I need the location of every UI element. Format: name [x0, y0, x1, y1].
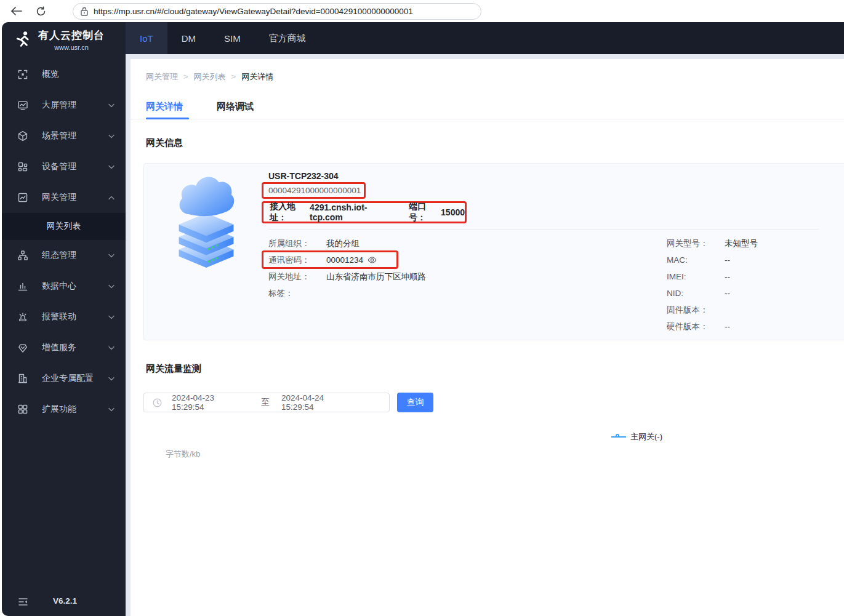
breadcrumb-gateway-management[interactable]: 网关管理 [146, 71, 178, 82]
field-value: -- [725, 272, 730, 281]
query-button[interactable]: 查询 [397, 393, 433, 412]
sidebar-item-screen-management[interactable]: 大屏管理 [2, 90, 126, 121]
sidebar-item-scene-management[interactable]: 场景管理 [2, 121, 126, 151]
breadcrumb-separator: > [231, 71, 236, 82]
lock-icon[interactable] [81, 7, 88, 16]
brand-logo-block[interactable]: 有人云控制台 www.usr.cn [2, 22, 126, 57]
device-blocks-icon [17, 161, 28, 172]
sidebar-item-alarm-linkage[interactable]: 报警联动 [2, 302, 126, 332]
row-imei: IMEI: -- [667, 268, 844, 285]
brand-subtitle: www.usr.cn [54, 44, 89, 51]
sitemap-icon [17, 250, 28, 261]
brand-title: 有人云控制台 [38, 28, 105, 42]
page-content: 网关管理 > 网关列表 > 网关详情 网关详情 网络调试 网关信息 [131, 59, 844, 616]
sidebar-item-label: 数据中心 [42, 281, 108, 292]
port-value: 15000 [441, 207, 465, 217]
field-label: 网关型号： [667, 238, 725, 249]
row-tags: 标签： [268, 285, 613, 302]
tab-gateway-detail[interactable]: 网关详情 [146, 101, 183, 113]
field-value: 我的分组 [326, 238, 360, 249]
annotation-box-access-address: 接入地址： 4291.cnsh.iot-tcp.com 端口号： 15000 [262, 201, 467, 223]
legend-label: 主网关(-) [630, 431, 662, 442]
sidebar-item-enterprise-config[interactable]: 企业专属配置 [2, 363, 126, 394]
grid-apps-icon [17, 404, 28, 415]
sidebar-item-label: 设备管理 [42, 161, 108, 172]
chart-legend-main-gateway[interactable]: 主网关(-) [611, 431, 662, 442]
url-text: https://mp.usr.cn/#/cloud/gateway/ViewGa… [94, 7, 413, 16]
chevron-down-icon [108, 103, 115, 108]
field-label: 硬件版本： [667, 321, 725, 332]
date-range-separator: 至 [260, 397, 270, 408]
cloud-server-illustration [172, 169, 241, 268]
chevron-down-icon [108, 346, 115, 350]
breadcrumb-current: 网关详情 [241, 71, 273, 82]
chevron-down-icon [108, 284, 115, 289]
gateway-detail-right-column: 网关型号： 未知型号 MAC: -- IMEI: -- NID: -- 固件版本… [667, 235, 844, 335]
browser-refresh-button[interactable] [33, 4, 48, 18]
nav-tab-sim[interactable]: SIM [210, 22, 255, 54]
sidebar-item-label: 大屏管理 [42, 100, 108, 111]
chevron-down-icon [108, 315, 115, 319]
field-label: MAC: [667, 255, 725, 265]
field-value: -- [725, 322, 730, 331]
field-label: 网关地址： [268, 271, 326, 282]
sidebar: 有人云控制台 www.usr.cn 概览 大屏管理 场景管理 [2, 22, 126, 616]
sidebar-item-label: 报警联动 [42, 311, 108, 322]
row-gateway-model: 网关型号： 未知型号 [667, 235, 844, 252]
sidebar-item-label: 网关管理 [42, 192, 108, 203]
date-range-end: 2024-04-24 15:29:54 [281, 393, 358, 412]
device-name: USR-TCP232-304 [268, 171, 339, 181]
field-value: -- [725, 289, 730, 298]
sidebar-subitem-gateway-list[interactable]: 网关列表 [2, 213, 126, 240]
sidebar-item-device-management[interactable]: 设备管理 [2, 151, 126, 182]
address-bar[interactable]: https://mp.usr.cn/#/cloud/gateway/ViewGa… [73, 3, 481, 20]
date-range-start: 2024-04-23 15:29:54 [172, 393, 248, 412]
sidebar-item-data-center[interactable]: 数据中心 [2, 271, 126, 302]
browser-back-button[interactable] [9, 4, 23, 18]
scene-cube-icon [17, 130, 28, 142]
sidebar-item-overview[interactable]: 概览 [2, 59, 126, 90]
chevron-down-icon [108, 165, 115, 169]
field-label: IMEI: [667, 272, 725, 281]
gem-shield-icon [17, 342, 28, 353]
chevron-up-icon [108, 196, 115, 200]
alarm-siren-icon [17, 311, 28, 322]
breadcrumb: 网关管理 > 网关列表 > 网关详情 [146, 71, 273, 82]
nav-tab-dm[interactable]: DM [167, 22, 210, 54]
sidebar-item-gateway-management[interactable]: 网关管理 [2, 182, 126, 213]
active-tab-underline [146, 118, 189, 119]
port-label: 端口号： [409, 201, 441, 223]
field-label: NID: [667, 289, 725, 298]
field-label: 所属组织： [268, 238, 326, 249]
date-range-picker[interactable]: 2024-04-23 15:29:54 至 2024-04-24 15:29:5… [143, 393, 390, 412]
row-hardware-version: 硬件版本： -- [667, 318, 844, 335]
annotation-box-device-id: 00004291000000000001 [262, 182, 366, 199]
breadcrumb-gateway-list[interactable]: 网关列表 [194, 71, 226, 82]
field-label: 标签： [268, 288, 326, 299]
main-area: 网关管理 > 网关列表 > 网关详情 网关详情 网络调试 网关信息 [126, 54, 844, 616]
sidebar-item-label: 企业专属配置 [42, 373, 108, 384]
access-address-value: 4291.cnsh.iot-tcp.com [310, 202, 394, 222]
page-tabs: 网关详情 网络调试 [131, 97, 844, 119]
sidebar-item-configuration-management[interactable]: 组态管理 [2, 240, 126, 271]
browser-toolbar: https://mp.usr.cn/#/cloud/gateway/ViewGa… [0, 0, 844, 22]
field-value: -- [725, 255, 730, 265]
section-title-traffic-monitor: 网关流量监测 [146, 363, 201, 375]
row-mac: MAC: -- [667, 252, 844, 268]
sidebar-collapse-icon[interactable] [18, 598, 28, 606]
product-nav: IoT DM SIM 官方商城 [126, 22, 844, 54]
sidebar-item-value-added-services[interactable]: 增值服务 [2, 332, 126, 363]
usr-runner-logo-icon [14, 30, 32, 49]
sidebar-menu: 概览 大屏管理 场景管理 设备管理 网 [2, 57, 126, 425]
nav-tab-iot[interactable]: IoT [126, 22, 167, 54]
chart-y-axis-label: 字节数/kb [166, 449, 200, 460]
field-value: 未知型号 [725, 238, 758, 249]
big-screen-icon [17, 100, 28, 111]
row-firmware-version: 固件版本： [667, 302, 844, 318]
sidebar-item-extensions[interactable]: 扩展功能 [2, 394, 126, 425]
nav-tab-official-store[interactable]: 官方商城 [255, 22, 320, 54]
access-address-label: 接入地址： [270, 201, 310, 223]
tab-network-debug[interactable]: 网络调试 [217, 101, 254, 113]
field-label: 固件版本： [667, 305, 725, 316]
row-organization: 所属组织： 我的分组 [268, 235, 613, 252]
